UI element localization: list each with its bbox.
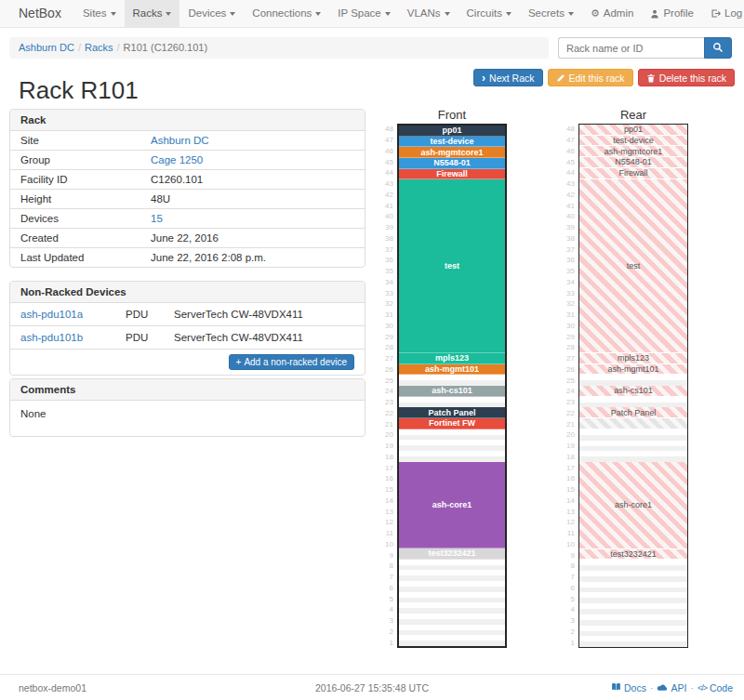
unit-number: 44 [375,167,397,178]
next-rack-button[interactable]: ›Next Rack [473,69,542,86]
rack-unit-device[interactable]: ash-mgmtcore1 [399,147,505,158]
info-label: Height [20,193,151,205]
unit-number: 34 [375,277,397,288]
unit-number: 15 [375,484,397,495]
rack-unit-device[interactable] [579,418,687,429]
rack-unit-empty [399,440,505,451]
rack-unit-device[interactable]: ash-core1 [399,462,505,548]
nav-item-vlans[interactable]: VLANs [399,0,458,27]
rack-unit-device[interactable]: pp01 [399,125,505,137]
rack-unit-device[interactable]: test3232421 [399,548,505,560]
rack-unit-device[interactable]: pp01 [579,125,687,136]
footer-link-code[interactable]: </>Code [698,682,733,693]
rack-unit-device[interactable]: test3232421 [579,549,687,561]
search-button[interactable] [704,37,732,59]
footer: netbox-demo01 2016-06-27 15:35:48 UTC Do… [0,674,744,700]
rack-unit-device[interactable]: test [579,179,687,353]
info-value: June 22, 2016 [151,232,219,244]
comments-panel-title: Comments [10,379,365,401]
search-input[interactable] [558,37,704,59]
info-value: C1260.101 [151,174,203,185]
breadcrumb: Ashburn DC/Racks/R101 (C1260.101) [9,37,549,59]
nav-item-profile[interactable]: Profile [642,0,702,27]
nav-user-menu: ⚙AdminProfileLog out [582,0,744,27]
rack-unit-device[interactable]: N5548-01 [399,158,505,169]
rack-unit-device[interactable]: N5548-01 [579,157,687,168]
breadcrumb-item: R101 (C1260.101) [124,42,208,53]
edit-this-rack-button[interactable]: Edit this rack [548,69,633,86]
rack-unit-device[interactable]: Firewall [579,168,687,179]
device-type: PDU [126,332,174,343]
rack-unit-device[interactable]: ash-mgmt101 [579,364,687,376]
rack-unit-device[interactable]: Fortinet FW [399,418,505,429]
rack-unit-device[interactable]: ash-mgmtcore1 [579,146,687,157]
rack-unit-device[interactable]: test-device [399,137,505,148]
add-nonracked-device-button[interactable]: + Add a non-racked device [229,354,354,370]
rack-unit-device[interactable]: test [399,179,505,353]
device-name-link[interactable]: ash-pdu101a [20,309,126,320]
info-value: 15 [151,213,163,224]
breadcrumb-separator: / [113,42,124,53]
rack-unit-device[interactable]: ash-mgmt101 [399,364,505,376]
rack-unit-device[interactable]: test-device [579,136,687,147]
unit-number: 45 [375,156,397,167]
nav-item-circuits[interactable]: Circuits [458,0,520,27]
rack-unit-device[interactable]: Patch Panel [399,407,505,418]
unit-number: 43 [375,178,397,190]
rack-unit-device[interactable]: ash-core1 [579,462,687,549]
unit-number: 19 [375,441,397,452]
rack-unit-device[interactable]: ash-cs101 [579,386,687,397]
rack-unit-device[interactable]: mpls123 [579,353,687,364]
unit-number: 4 [375,604,397,615]
chevron-down-icon [385,12,391,16]
unit-number: 14 [556,495,578,507]
rack-actions: ›Next RackEdit this rackDelete this rack [473,69,735,86]
unit-number: 38 [375,233,397,244]
device-name-link[interactable]: ash-pdu101b [20,332,126,343]
device-type: PDU [126,309,174,320]
navbar: NetBox SitesRacksDevicesConnectionsIP Sp… [0,0,744,28]
breadcrumb-item[interactable]: Racks [85,42,113,53]
unit-number: 9 [375,549,397,561]
unit-number: 17 [556,462,578,473]
unit-number: 25 [375,375,397,386]
rack-unit-empty [579,560,687,571]
chevron-down-icon [230,12,235,16]
front-rack: pp01test-deviceash-mgmtcore1N5548-01Fire… [397,124,507,648]
book-icon [611,682,621,693]
rack-unit-device[interactable]: mpls123 [399,353,505,364]
nav-item-ip-space[interactable]: IP Space [329,0,398,27]
unit-number: 8 [556,561,578,572]
info-value: Cage 1250 [151,154,203,165]
nav-item-racks[interactable]: Racks [125,0,180,27]
rack-unit-device[interactable]: Patch Panel [579,407,687,418]
unit-number: 35 [375,266,397,277]
rack-unit-empty [399,375,505,386]
delete-this-rack-button[interactable]: Delete this rack [638,69,735,86]
breadcrumb-item[interactable]: Ashburn DC [19,42,74,53]
unit-number: 4 [556,604,578,615]
nav-item-devices[interactable]: Devices [179,0,244,27]
footer-link-api[interactable]: API [657,682,686,693]
nav-item-secrets[interactable]: Secrets [520,0,582,27]
info-value: 48U [151,193,170,205]
rack-info-panel: Rack SiteAshburn DCGroupCage 1250Facilit… [9,109,365,268]
unit-number: 37 [375,244,397,255]
nonracked-device-row: ash-pdu101aPDUServerTech CW-48VDX411 [10,303,365,325]
nav-item-log-out[interactable]: Log out [702,0,744,27]
rack-unit-device[interactable]: ash-cs101 [399,386,505,397]
unit-number: 26 [556,364,578,376]
rack-unit-device[interactable]: Firewall [399,169,505,180]
unit-number: 3 [375,615,397,627]
unit-number: 1 [375,637,397,648]
info-row: CreatedJune 22, 2016 [10,228,365,247]
nav-item-connections[interactable]: Connections [244,0,329,27]
brand[interactable]: NetBox [0,0,74,27]
nav-item-sites[interactable]: Sites [74,0,125,27]
info-value: Ashburn DC [151,135,209,146]
nav-item-admin[interactable]: ⚙Admin [582,0,642,27]
unit-number: 18 [556,452,578,463]
footer-link-docs[interactable]: Docs [611,682,646,693]
chevron-down-icon [166,12,171,16]
footer-hostname: netbox-demo01 [19,682,86,693]
